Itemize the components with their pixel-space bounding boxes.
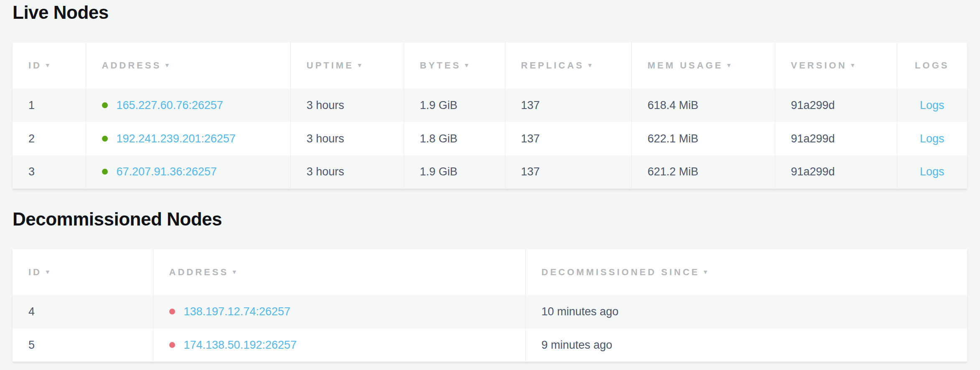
cell-node-address: 138.197.12.74:26257 <box>153 295 525 329</box>
column-header-label: LOGS <box>915 60 949 71</box>
cell-node-address: 67.207.91.36:26257 <box>86 155 290 189</box>
column-header-uptime[interactable]: UPTIME▾ <box>290 43 404 89</box>
logs-link[interactable]: Logs <box>920 165 944 178</box>
cell-mem-usage: 618.4 MiB <box>631 89 775 122</box>
logs-link[interactable]: Logs <box>920 99 944 112</box>
node-address-link[interactable]: 174.138.50.192:26257 <box>184 339 297 351</box>
cell-node-address: 165.227.60.76:26257 <box>86 89 290 122</box>
cell-node-id: 5 <box>13 329 153 362</box>
cell-node-id: 4 <box>13 295 153 329</box>
decommissioned-nodes-section: Decommissioned Nodes ID▾ ADDRESS▾ DECOMM… <box>13 208 980 362</box>
cluster-nodes-page: Live Nodes ID▾ ADDRESS▾ UPTIME▾ BYTES▾ R… <box>13 2 980 362</box>
node-decommissioned-status-dot <box>169 342 175 348</box>
node-address-link[interactable]: 192.241.239.201:26257 <box>117 132 236 145</box>
column-header-label: VERSION <box>791 60 847 71</box>
sort-arrow-icon: ▾ <box>851 61 855 69</box>
cell-replicas: 137 <box>505 122 631 155</box>
sort-arrow-icon: ▾ <box>46 268 49 276</box>
cell-node-address: 192.241.239.201:26257 <box>86 122 290 155</box>
cell-node-id: 2 <box>13 122 86 155</box>
cell-node-id: 3 <box>13 155 86 189</box>
column-header-label: DECOMMISSIONED SINCE <box>542 267 700 277</box>
decommissioned-nodes-header-row: ID▾ ADDRESS▾ DECOMMISSIONED SINCE▾ <box>13 249 967 295</box>
decommissioned-nodes-table: ID▾ ADDRESS▾ DECOMMISSIONED SINCE▾ 4 138… <box>13 249 967 362</box>
logs-link[interactable]: Logs <box>920 132 944 145</box>
cell-uptime: 3 hours <box>290 155 404 189</box>
column-header-label: ADDRESS <box>102 60 162 71</box>
cell-version: 91a299d <box>775 89 897 122</box>
cell-uptime: 3 hours <box>290 122 404 155</box>
cell-decommissioned-since: 9 minutes ago <box>525 329 967 362</box>
cell-bytes: 1.9 GiB <box>404 155 505 189</box>
column-header-label: ID <box>28 60 42 71</box>
table-row: 3 67.207.91.36:26257 3 hours 1.9 GiB 137… <box>13 155 967 189</box>
sort-arrow-icon: ▾ <box>588 61 592 69</box>
cell-node-id: 1 <box>13 89 86 122</box>
sort-arrow-icon: ▾ <box>727 61 731 69</box>
live-nodes-header-row: ID▾ ADDRESS▾ UPTIME▾ BYTES▾ REPLICAS▾ ME… <box>13 43 967 89</box>
column-header-label: MEM USAGE <box>648 60 723 71</box>
column-header-label: ID <box>28 267 42 277</box>
cell-version: 91a299d <box>775 155 897 189</box>
cell-mem-usage: 622.1 MiB <box>631 122 775 155</box>
sort-arrow-icon: ▾ <box>465 61 468 69</box>
cell-bytes: 1.9 GiB <box>404 89 505 122</box>
node-decommissioned-status-dot <box>169 309 175 314</box>
cell-logs: Logs <box>897 89 967 122</box>
live-nodes-title: Live Nodes <box>13 2 980 23</box>
node-address-link[interactable]: 67.207.91.36:26257 <box>117 165 217 178</box>
cell-node-address: 174.138.50.192:26257 <box>153 329 525 362</box>
column-header-address[interactable]: ADDRESS▾ <box>86 43 290 89</box>
column-header-replicas[interactable]: REPLICAS▾ <box>505 43 631 89</box>
cell-uptime: 3 hours <box>290 89 404 122</box>
cell-mem-usage: 621.2 MiB <box>631 155 775 189</box>
column-header-version[interactable]: VERSION▾ <box>775 43 897 89</box>
cell-version: 91a299d <box>775 122 897 155</box>
sort-arrow-icon: ▾ <box>46 61 49 69</box>
node-address-link[interactable]: 138.197.12.74:26257 <box>184 305 290 318</box>
column-header-logs: LOGS <box>897 43 967 89</box>
column-header-label: REPLICAS <box>521 60 584 71</box>
cell-decommissioned-since: 10 minutes ago <box>525 295 967 329</box>
cell-bytes: 1.8 GiB <box>404 122 505 155</box>
sort-arrow-icon: ▾ <box>165 61 169 69</box>
column-header-label: BYTES <box>420 60 461 71</box>
cell-replicas: 137 <box>505 89 631 122</box>
node-live-status-dot <box>102 102 108 108</box>
column-header-bytes[interactable]: BYTES▾ <box>404 43 505 89</box>
node-address-link[interactable]: 165.227.60.76:26257 <box>117 99 223 112</box>
column-header-label: ADDRESS <box>169 267 229 277</box>
column-header-decommissioned-since[interactable]: DECOMMISSIONED SINCE▾ <box>525 249 967 295</box>
table-row: 1 165.227.60.76:26257 3 hours 1.9 GiB 13… <box>13 89 967 122</box>
column-header-id[interactable]: ID▾ <box>13 249 153 295</box>
cell-logs: Logs <box>897 155 967 189</box>
sort-arrow-icon: ▾ <box>233 268 236 276</box>
sort-arrow-icon: ▾ <box>704 268 707 276</box>
column-header-mem-usage[interactable]: MEM USAGE▾ <box>631 43 775 89</box>
table-row: 5 174.138.50.192:26257 9 minutes ago <box>13 329 967 362</box>
live-nodes-section: Live Nodes ID▾ ADDRESS▾ UPTIME▾ BYTES▾ R… <box>13 2 980 189</box>
sort-arrow-icon: ▾ <box>358 61 361 69</box>
cell-replicas: 137 <box>505 155 631 189</box>
cell-logs: Logs <box>897 122 967 155</box>
column-header-label: UPTIME <box>307 60 354 71</box>
live-nodes-table: ID▾ ADDRESS▾ UPTIME▾ BYTES▾ REPLICAS▾ ME… <box>13 43 967 189</box>
table-row: 2 192.241.239.201:26257 3 hours 1.8 GiB … <box>13 122 967 155</box>
table-row: 4 138.197.12.74:26257 10 minutes ago <box>13 295 967 329</box>
column-header-id[interactable]: ID▾ <box>13 43 86 89</box>
decommissioned-nodes-title: Decommissioned Nodes <box>13 208 980 230</box>
node-live-status-dot <box>102 136 108 142</box>
column-header-address[interactable]: ADDRESS▾ <box>153 249 525 295</box>
node-live-status-dot <box>102 169 108 175</box>
